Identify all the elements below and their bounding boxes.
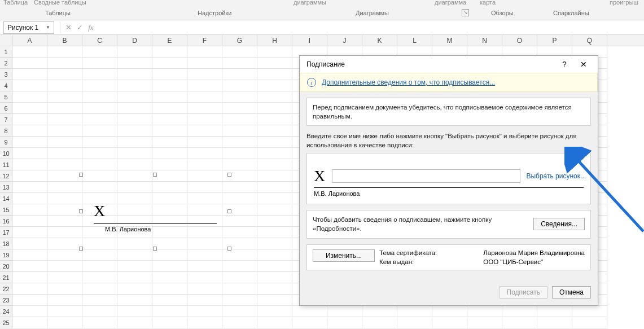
cell[interactable] [327,317,362,328]
cell[interactable] [152,317,187,328]
cell[interactable] [117,317,152,328]
cell[interactable] [12,227,47,238]
cell[interactable] [257,80,292,91]
cell[interactable] [572,317,607,328]
resize-handle[interactable] [227,173,231,177]
row-header[interactable]: 12 [0,170,12,182]
cell[interactable] [117,148,152,159]
cell[interactable] [222,272,257,283]
cell[interactable] [257,261,292,272]
column-header[interactable]: Q [572,35,607,46]
cell[interactable] [152,159,187,170]
resize-handle[interactable] [79,247,83,251]
cell[interactable] [152,80,187,91]
resize-handle[interactable] [227,209,231,213]
cell[interactable] [82,103,117,114]
cell[interactable] [117,80,152,91]
cell[interactable] [117,114,152,125]
cell[interactable] [82,272,117,283]
cell[interactable] [47,137,82,148]
column-header[interactable]: K [362,35,397,46]
cell[interactable] [82,159,117,170]
cell[interactable] [47,317,82,328]
row-header[interactable]: 19 [0,249,12,261]
cell[interactable] [152,137,187,148]
cell[interactable] [537,306,572,317]
cell[interactable] [82,80,117,91]
row-header[interactable]: 15 [0,204,12,216]
cell[interactable] [12,317,47,328]
cell[interactable] [82,306,117,317]
cell[interactable] [47,216,82,227]
cell[interactable] [467,317,502,328]
cell[interactable] [257,114,292,125]
formula-input[interactable] [97,22,644,33]
cell[interactable] [152,283,187,295]
cell[interactable] [12,103,47,114]
cell[interactable] [12,125,47,137]
cell[interactable] [257,204,292,216]
cell[interactable] [47,159,82,170]
cell[interactable] [152,125,187,137]
cell[interactable] [47,91,82,103]
cell[interactable] [12,46,47,58]
cell[interactable] [222,249,257,261]
column-header[interactable]: P [537,35,572,46]
row-header[interactable]: 9 [0,137,12,148]
cell[interactable] [222,317,257,328]
cell[interactable] [12,283,47,295]
column-header[interactable]: I [292,35,327,46]
name-box-dropdown-icon[interactable]: ▼ [46,25,50,30]
confirm-edit-icon[interactable]: ✓ [74,23,85,32]
row-header[interactable]: 5 [0,91,12,103]
cell[interactable] [187,295,222,306]
cell[interactable] [47,182,82,193]
cell[interactable] [117,46,152,58]
cell[interactable] [47,238,82,249]
cell[interactable] [12,80,47,91]
cell[interactable] [47,227,82,238]
cell[interactable] [47,261,82,272]
column-headers[interactable]: ABCDEFGHIJKLMNOPQ [12,35,644,46]
cell[interactable] [152,69,187,80]
cell[interactable] [12,137,47,148]
cell[interactable] [47,193,82,204]
cell[interactable] [222,69,257,80]
info-link[interactable]: Дополнительные сведения о том, что подпи… [322,78,495,86]
cell[interactable] [47,170,82,182]
cell[interactable] [187,69,222,80]
column-header[interactable]: A [12,35,47,46]
cell[interactable] [152,272,187,283]
row-header[interactable]: 10 [0,148,12,159]
cell[interactable] [12,182,47,193]
sign-button[interactable]: Подписать [500,286,547,299]
cell[interactable] [47,69,82,80]
cell[interactable] [117,295,152,306]
row-headers[interactable]: 1234567891011121314151617181920212223242… [0,46,12,328]
row-header[interactable]: 16 [0,216,12,227]
row-header[interactable]: 21 [0,272,12,283]
cell[interactable] [187,159,222,170]
change-cert-button[interactable]: Изменить... [313,249,375,262]
column-header[interactable]: F [187,35,222,46]
cell[interactable] [187,91,222,103]
resize-handle[interactable] [153,247,157,251]
column-header[interactable]: O [502,35,537,46]
cell[interactable] [257,238,292,249]
column-header[interactable]: J [327,35,362,46]
resize-handle[interactable] [79,173,83,177]
cell[interactable] [572,306,607,317]
cell[interactable] [222,295,257,306]
cell[interactable] [222,125,257,137]
choose-image-link[interactable]: Выбрать рисунок... [526,172,586,180]
cell[interactable] [187,114,222,125]
cell[interactable] [47,272,82,283]
cell[interactable] [82,114,117,125]
cell[interactable] [12,69,47,80]
cell[interactable] [257,306,292,317]
cell[interactable] [257,216,292,227]
cell[interactable] [117,91,152,103]
cell[interactable] [12,306,47,317]
cell[interactable] [257,193,292,204]
cell[interactable] [222,58,257,69]
